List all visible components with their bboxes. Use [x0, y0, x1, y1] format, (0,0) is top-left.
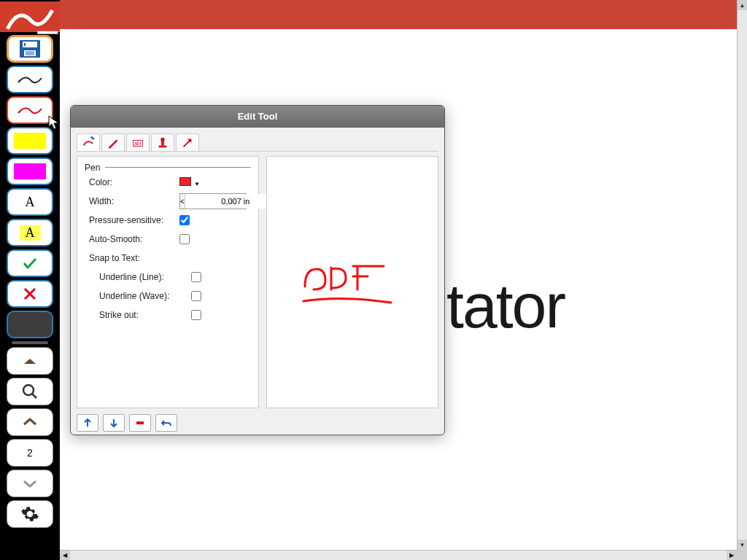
horizontal-scrollbar[interactable]: ◀ ▶ — [60, 550, 737, 560]
tool-tabs: abI — [77, 133, 438, 152]
svg-rect-16 — [136, 421, 144, 424]
width-decrease-button[interactable]: < — [180, 194, 185, 209]
svg-point-8 — [23, 385, 34, 395]
underline-line-label: Underline (Line): — [85, 272, 179, 282]
app-logo — [0, 1, 60, 32]
strikeout-label: Strike out: — [85, 310, 179, 320]
undo-button[interactable] — [155, 414, 177, 432]
zoom-button[interactable] — [7, 378, 53, 405]
highlight-yellow-tool[interactable] — [7, 127, 53, 155]
edit-tool-dialog: Edit Tool abI Pen Color: ▼ Width: < — [70, 105, 445, 435]
scroll-corner — [737, 550, 747, 560]
underline-line-checkbox[interactable] — [191, 272, 201, 282]
dialog-title: Edit Tool — [71, 106, 444, 128]
color-swatch-icon — [179, 177, 191, 186]
section-label: Pen — [85, 163, 100, 173]
svg-rect-10 — [90, 136, 95, 140]
svg-point-15 — [160, 137, 164, 141]
pressure-label: Pressure-sensitive: — [85, 215, 179, 225]
document-text: tator — [446, 270, 565, 342]
pressure-checkbox[interactable] — [179, 215, 190, 225]
cross-tool[interactable] — [7, 280, 53, 308]
svg-rect-14 — [161, 141, 164, 145]
strikeout-checkbox[interactable] — [191, 310, 201, 320]
document-header-bar — [60, 0, 737, 29]
text-tool[interactable]: A — [7, 188, 53, 216]
scroll-up-icon[interactable]: ▲ — [738, 0, 747, 10]
width-label: Width: — [85, 196, 179, 206]
autosmooth-checkbox[interactable] — [179, 234, 190, 244]
delete-button[interactable] — [129, 414, 151, 432]
checkmark-tool[interactable] — [7, 249, 53, 277]
divider — [105, 167, 251, 168]
freehand-black-tool[interactable] — [7, 66, 53, 93]
collapse-up-button[interactable] — [7, 347, 53, 375]
page-number-text: 2 — [27, 447, 33, 459]
svg-rect-13 — [159, 145, 167, 147]
autosmooth-label: Auto-Smooth: — [85, 234, 179, 244]
save-button[interactable] — [7, 35, 53, 63]
scroll-left-icon[interactable]: ◀ — [60, 551, 70, 560]
tab-stamp[interactable] — [151, 133, 174, 151]
svg-rect-3 — [24, 43, 26, 46]
vertical-scrollbar[interactable]: ▲ ▼ — [737, 0, 747, 550]
preview-panel — [266, 156, 438, 408]
tab-text[interactable]: abI — [126, 133, 150, 151]
page-up-button[interactable] — [7, 408, 53, 436]
snap-label: Snap to Text: — [85, 253, 179, 263]
svg-line-9 — [32, 394, 36, 398]
color-label: Color: — [85, 177, 179, 187]
sidebar: A A 2 — [0, 0, 60, 560]
properties-panel: Pen Color: ▼ Width: < > Pressure-sensiti… — [77, 156, 259, 408]
scroll-right-icon[interactable]: ▶ — [727, 551, 737, 560]
underline-wave-checkbox[interactable] — [191, 291, 201, 301]
move-down-button[interactable] — [103, 414, 125, 432]
freehand-red-tool[interactable] — [7, 96, 53, 124]
color-picker[interactable]: ▼ — [179, 177, 200, 188]
move-up-button[interactable] — [77, 414, 98, 432]
highlight-magenta-tool[interactable] — [7, 158, 53, 185]
page-down-button[interactable] — [7, 470, 53, 497]
svg-text:abI: abI — [135, 140, 142, 145]
tab-arrow[interactable] — [176, 133, 199, 151]
dialog-toolbar — [77, 414, 438, 432]
empty-tool-slot[interactable] — [7, 311, 53, 338]
scroll-down-icon[interactable]: ▼ — [738, 540, 747, 550]
page-number-display[interactable]: 2 — [7, 439, 53, 467]
underline-wave-label: Underline (Wave): — [85, 291, 179, 301]
width-spinner: < > — [179, 193, 247, 209]
tab-pencil[interactable] — [101, 133, 125, 151]
text-highlight-tool[interactable]: A — [7, 219, 53, 246]
settings-button[interactable] — [7, 500, 53, 528]
divider — [12, 341, 48, 344]
chevron-down-icon: ▼ — [194, 181, 200, 187]
tab-pen[interactable] — [77, 133, 100, 151]
preview-drawing — [296, 259, 406, 317]
